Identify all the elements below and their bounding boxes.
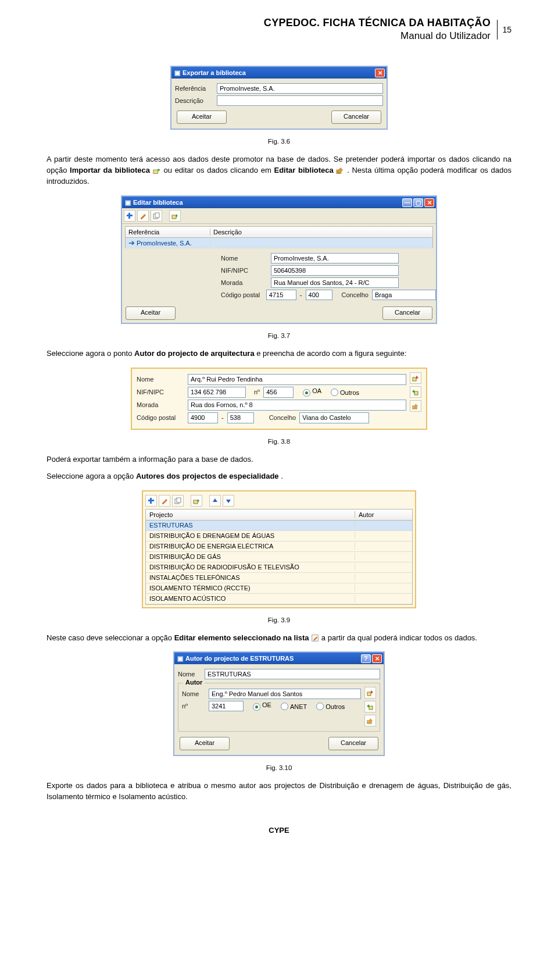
address-input[interactable]: Rua Manuel dos Santos, 24 - R/C bbox=[271, 277, 399, 288]
nif-input[interactable]: 506405398 bbox=[271, 265, 399, 276]
address-label: Morada bbox=[137, 401, 184, 408]
radio-outros[interactable]: Outros bbox=[316, 703, 345, 710]
postal-code2-input[interactable]: 538 bbox=[227, 412, 254, 423]
nif-input[interactable]: 134 652 798 bbox=[188, 387, 246, 398]
doc-title: CYPEDOC. FICHA TÉCNICA DA HABITAÇÃO bbox=[46, 16, 491, 30]
project-author-dialog: ▣ Autor do projecto de ESTRUTURAS ? ✕ No… bbox=[173, 651, 385, 756]
edit-item-icon[interactable] bbox=[137, 210, 149, 222]
import-icon[interactable] bbox=[169, 210, 181, 222]
name-input[interactable]: Arq.º Rui Pedro Tendinha bbox=[188, 374, 406, 385]
import-icon[interactable] bbox=[191, 495, 202, 507]
table-row[interactable]: DISTRIBUIÇÃO DE ENERGIA ELÉCTRICA bbox=[146, 541, 412, 552]
postal-code2-input[interactable]: 400 bbox=[306, 290, 332, 300]
edit-library-dialog: ▣ Editar biblioteca — ▢ ✕ Referência Des… bbox=[121, 195, 437, 324]
nif-label: NIF/NIPC bbox=[221, 267, 267, 274]
close-icon[interactable]: ✕ bbox=[372, 654, 382, 663]
copy-item-icon[interactable] bbox=[172, 495, 184, 507]
accept-button[interactable]: Aceitar bbox=[180, 737, 230, 750]
edit-item-icon bbox=[311, 634, 319, 642]
radio-oe[interactable]: OE bbox=[253, 701, 271, 711]
author-name-input[interactable]: Eng.º Pedro Manuel dos Santos bbox=[209, 689, 361, 699]
table-row[interactable]: DISTRIBUIÇÃO DE GÁS bbox=[146, 552, 412, 562]
maximize-icon[interactable]: ▢ bbox=[413, 198, 423, 207]
cancel-button[interactable]: Cancelar bbox=[328, 737, 378, 750]
paragraph-2: Seleccione agora o ponto Autor do projec… bbox=[46, 348, 512, 359]
table-row[interactable]: DISTRIBUIÇÃO DE RADIODIFUSÃO E TELEVISÃO bbox=[146, 562, 412, 573]
cancel-button[interactable]: Cancelar bbox=[382, 307, 432, 320]
column-author: Autor bbox=[355, 511, 412, 518]
dialog-title: Exportar a biblioteca bbox=[183, 69, 374, 76]
paragraph-5: Neste caso deve seleccionar a opção Edit… bbox=[46, 633, 512, 644]
postal-sep: - bbox=[300, 291, 302, 298]
table-row[interactable]: DISTRIBUIÇÃO E DRENAGEM DE ÁGUAS bbox=[146, 531, 412, 541]
dialog-titlebar: ▣ Editar biblioteca — ▢ ✕ bbox=[122, 197, 436, 208]
import-icon[interactable] bbox=[364, 701, 376, 712]
architecture-author-panel: Nome Arq.º Rui Pedro Tendinha NIF/NIPC 1… bbox=[131, 368, 427, 430]
svg-rect-9 bbox=[414, 391, 418, 395]
svg-rect-14 bbox=[177, 498, 181, 503]
close-icon[interactable]: ✕ bbox=[375, 69, 385, 77]
address-input[interactable]: Rua dos Fornos, n.º 8 bbox=[188, 400, 406, 411]
export-icon[interactable] bbox=[364, 687, 376, 699]
author-groupbox: Autor Nome Eng.º Pedro Manuel dos Santos… bbox=[178, 683, 380, 732]
reference-input[interactable]: PromoInveste, S.A. bbox=[217, 83, 383, 94]
project-name-input[interactable]: ESTRUTURAS bbox=[205, 669, 380, 679]
table-row[interactable]: ISOLAMENTO TÉRMICO (RCCTE) bbox=[146, 583, 412, 594]
paragraph-1: A partir deste momento terá acesso aos d… bbox=[46, 154, 512, 187]
cancel-button[interactable]: Cancelar bbox=[331, 111, 381, 124]
postal-code1-input[interactable]: 4900 bbox=[188, 412, 218, 423]
import-library-icon bbox=[153, 166, 161, 174]
number-input[interactable]: 456 bbox=[263, 387, 294, 398]
number-label: nº bbox=[254, 389, 260, 395]
move-down-icon[interactable] bbox=[223, 495, 234, 507]
description-label: Descrição bbox=[175, 97, 213, 104]
author-name-label: Nome bbox=[182, 690, 205, 697]
export-library-dialog: ▣ Exportar a biblioteca ✕ Referência Pro… bbox=[170, 66, 388, 130]
export-icon[interactable] bbox=[410, 372, 421, 384]
table-row[interactable]: INSTALAÇÕES TELEFÓNICAS bbox=[146, 573, 412, 583]
radio-anet[interactable]: ANET bbox=[281, 703, 307, 710]
paragraph-4: Seleccione agora a opção Autores dos pro… bbox=[46, 471, 512, 482]
accept-button[interactable]: Aceitar bbox=[126, 307, 176, 320]
edit-library-icon[interactable] bbox=[364, 715, 376, 726]
svg-rect-4 bbox=[127, 215, 133, 216]
copy-item-icon[interactable] bbox=[151, 210, 162, 222]
add-item-icon[interactable] bbox=[145, 495, 157, 507]
name-input[interactable]: PromoInveste, S.A. bbox=[271, 253, 399, 263]
name-label: Nome bbox=[178, 671, 201, 678]
dialog-titlebar: ▣ Exportar a biblioteca ✕ bbox=[171, 67, 387, 79]
number-input[interactable]: 3241 bbox=[209, 701, 244, 711]
import-icon[interactable] bbox=[410, 386, 421, 398]
county-input[interactable]: Viana do Castelo bbox=[299, 412, 369, 423]
dialog-title: Autor do projecto de ESTRUTURAS bbox=[185, 655, 360, 662]
radio-oa[interactable]: OA bbox=[303, 387, 321, 397]
figure-caption: Fig. 3.7 bbox=[46, 332, 512, 339]
county-label: Concelho bbox=[269, 414, 296, 421]
table-row[interactable]: ESTRUTURAS bbox=[146, 521, 412, 531]
close-icon[interactable]: ✕ bbox=[424, 198, 434, 207]
help-icon[interactable]: ? bbox=[361, 654, 371, 663]
add-item-icon[interactable] bbox=[124, 210, 135, 222]
svg-rect-15 bbox=[194, 500, 198, 504]
group-label: Autor bbox=[183, 679, 205, 686]
description-input[interactable] bbox=[217, 95, 383, 106]
table-row[interactable]: ➔PromoInveste, S.A. bbox=[125, 238, 433, 248]
toolbar bbox=[122, 208, 436, 224]
edit-item-icon[interactable] bbox=[159, 495, 170, 507]
svg-rect-8 bbox=[413, 377, 416, 381]
paragraph-6: Exporte os dados para a biblioteca e atr… bbox=[46, 781, 512, 803]
move-up-icon[interactable] bbox=[209, 495, 221, 507]
minimize-icon[interactable]: — bbox=[402, 198, 412, 207]
county-label: Concelho bbox=[342, 291, 369, 298]
svg-rect-0 bbox=[153, 170, 158, 173]
postal-code-label: Código postal bbox=[137, 414, 184, 421]
table-row[interactable]: ISOLAMENTO ACÚSTICO bbox=[146, 594, 412, 604]
edit-library-icon bbox=[336, 166, 344, 174]
column-reference: Referência bbox=[126, 229, 210, 236]
postal-code1-input[interactable]: 4715 bbox=[266, 290, 296, 300]
figure-caption: Fig. 3.9 bbox=[46, 616, 512, 623]
radio-outros[interactable]: Outros bbox=[331, 389, 359, 396]
county-input[interactable]: Braga bbox=[372, 290, 436, 300]
accept-button[interactable]: Aceitar bbox=[177, 111, 227, 124]
edit-library-icon[interactable] bbox=[410, 400, 421, 412]
